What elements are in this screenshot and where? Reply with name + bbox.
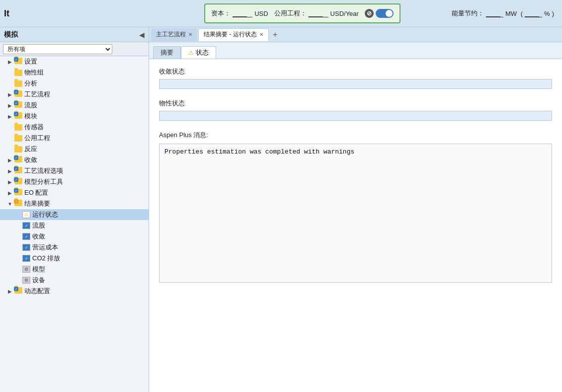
app-title-text: It (4, 8, 9, 18)
sidebar-collapse-button[interactable]: ◀ (139, 31, 145, 39)
sidebar-item-settings[interactable]: ▶ 设置 (0, 56, 149, 67)
label-run-status: 运行状态 (32, 210, 58, 219)
label-model-results: 模型 (32, 265, 45, 274)
label-eo-config: EO 配置 (24, 188, 48, 197)
folder-icon-modules (14, 112, 23, 120)
tab-results-summary-close[interactable]: ✕ (259, 32, 263, 37)
content-area: 主工艺流程 ✕ 结果摘要 - 运行状态 ✕ + 摘要 ⚠ 状态 收敛状态 物性状… (149, 27, 562, 392)
folder-icon-sensors (14, 123, 23, 131)
sub-icon-equipment-results (22, 276, 31, 284)
inner-tab-status[interactable]: ⚠ 状态 (181, 46, 216, 59)
folder-icon-model-analysis (14, 178, 23, 186)
tab-add-button[interactable]: + (270, 29, 281, 40)
capital-value[interactable]: ____ (233, 9, 252, 17)
energy-paren-open: ( (519, 10, 523, 17)
energy-saving-field: 能量节约： ____ MW ( ____ % ) (452, 9, 558, 18)
sidebar-item-run-status[interactable]: 运行状态 (0, 209, 149, 220)
sidebar-item-co2-emission[interactable]: CO2 排放 (0, 253, 149, 264)
tab-main-flow-label: 主工艺流程 (156, 30, 186, 39)
tab-main-flow[interactable]: 主工艺流程 ✕ (151, 28, 197, 41)
sub-icon-conv-results (22, 233, 31, 240)
content-panel: 收敛状态 物性状态 Aspen Plus 消息: Properties esti… (149, 59, 562, 392)
sub-icon-run-status (22, 211, 31, 219)
tab-results-summary[interactable]: 结果摘要 - 运行状态 ✕ (198, 28, 269, 41)
utility-value[interactable]: ____ (309, 9, 328, 17)
expand-icon-settings[interactable]: ▶ (6, 59, 14, 65)
sub-icon-stream-results (22, 222, 31, 230)
label-settings: 设置 (24, 57, 37, 66)
inner-tab-summary[interactable]: 摘要 (153, 46, 181, 59)
folder-icon-reactions (14, 145, 23, 153)
energy-pct-unit: % (544, 10, 550, 17)
label-properties: 物性组 (24, 68, 44, 77)
expand-icon-process-flow[interactable]: ▶ (6, 92, 14, 97)
energy-label: 能量节约： (452, 9, 484, 18)
label-modules: 模块 (24, 112, 37, 121)
sidebar-item-dynamic-config[interactable]: ▶ 动态配置 (0, 286, 149, 297)
main-layout: 模拟 ◀ 所有项 ▶ 设置 (0, 27, 562, 392)
sidebar-item-analysis[interactable]: 分析 (0, 78, 149, 89)
expand-icon-modules[interactable]: ▶ (6, 114, 14, 119)
capital-label: 资本： (211, 9, 231, 18)
tree-container: ▶ 设置 物性组 (0, 56, 149, 392)
sidebar-item-modules[interactable]: ▶ 模块 (0, 111, 149, 122)
label-results-summary: 结果摘要 (24, 199, 50, 208)
toggle-off-icon: ⊘ (365, 9, 374, 18)
sidebar-item-streams[interactable]: ▶ 流股 (0, 100, 149, 111)
sub-icon-model-results (22, 265, 31, 273)
aspen-message-box: Properties estimation was completed with… (159, 144, 552, 283)
label-flow-options: 工艺流程选项 (24, 166, 63, 175)
expand-icon-flow-options[interactable]: ▶ (6, 168, 14, 174)
expand-icon-eo-config[interactable]: ▶ (6, 190, 14, 196)
toggle-switch[interactable] (376, 9, 394, 18)
sidebar-item-model-analysis[interactable]: ▶ 模型分析工具 (0, 176, 149, 187)
label-sensors: 传感器 (24, 123, 44, 132)
warn-icon-status: ⚠ (188, 49, 194, 56)
inner-tab-status-label: 状态 (196, 48, 209, 57)
sidebar-item-properties[interactable]: 物性组 (0, 67, 149, 78)
sidebar-item-results-summary[interactable]: ▼ 结果摘要 (0, 198, 149, 209)
sidebar-item-eo-config[interactable]: ▶ EO 配置 (0, 187, 149, 198)
label-convergence: 收敛 (24, 156, 37, 164)
folder-icon-dynamic-config (14, 287, 23, 295)
cost-energy-toolbar: 资本： ____ USD 公用工程： ____ USD/Year ⊘ (204, 3, 401, 23)
energy-pct-value[interactable]: ____ (525, 9, 542, 17)
utility-unit: USD/Year (330, 10, 359, 17)
energy-unit: MW (505, 10, 517, 17)
tab-main-flow-close[interactable]: ✕ (188, 32, 192, 37)
sidebar-item-reactions[interactable]: 反应 (0, 144, 149, 155)
sidebar-item-equipment-results[interactable]: 设备 (0, 275, 149, 286)
properties-label: 物性状态 (159, 99, 552, 108)
properties-status-bar (159, 111, 552, 121)
folder-icon-flow-options (14, 167, 23, 175)
sidebar-item-model-results[interactable]: 模型 (0, 264, 149, 275)
sidebar-item-operating-cost[interactable]: 营运成本 (0, 242, 149, 253)
expand-icon-convergence[interactable]: ▶ (6, 157, 14, 163)
capital-field: 资本： ____ USD (211, 9, 268, 18)
sidebar-filter-select[interactable]: 所有项 (3, 44, 112, 54)
label-analysis: 分析 (24, 79, 37, 88)
folder-icon-eo-config (14, 189, 23, 197)
sidebar-item-process-flow[interactable]: ▶ 工艺流程 (0, 89, 149, 100)
energy-value[interactable]: ____ (486, 9, 503, 17)
expand-icon-streams[interactable]: ▶ (6, 103, 14, 108)
folder-icon-settings (14, 58, 23, 66)
label-process-flow: 工艺流程 (24, 90, 50, 99)
sidebar-item-conv-results[interactable]: 收敛 (0, 231, 149, 242)
folder-icon-streams (14, 101, 23, 109)
sub-icon-co2-emission (22, 254, 31, 262)
sidebar-item-convergence[interactable]: ▶ 收敛 (0, 155, 149, 165)
sidebar-filter: 所有项 (0, 42, 149, 56)
sidebar-item-flow-options[interactable]: ▶ 工艺流程选项 (0, 165, 149, 176)
folder-icon-convergence (14, 156, 23, 164)
expand-icon-dynamic-config[interactable]: ▶ (6, 289, 14, 294)
expand-icon-model-analysis[interactable]: ▶ (6, 179, 14, 185)
sidebar-item-sensors[interactable]: 传感器 (0, 122, 149, 133)
label-dynamic-config: 动态配置 (24, 287, 50, 296)
utility-label: 公用工程： (274, 9, 307, 18)
sidebar-item-utilities[interactable]: 公用工程 (0, 133, 149, 144)
expand-icon-results-summary[interactable]: ▼ (6, 201, 14, 207)
sidebar-item-stream-results[interactable]: 流股 (0, 220, 149, 231)
inner-tab-bar: 摘要 ⚠ 状态 (149, 42, 562, 59)
capital-unit: USD (254, 10, 268, 17)
